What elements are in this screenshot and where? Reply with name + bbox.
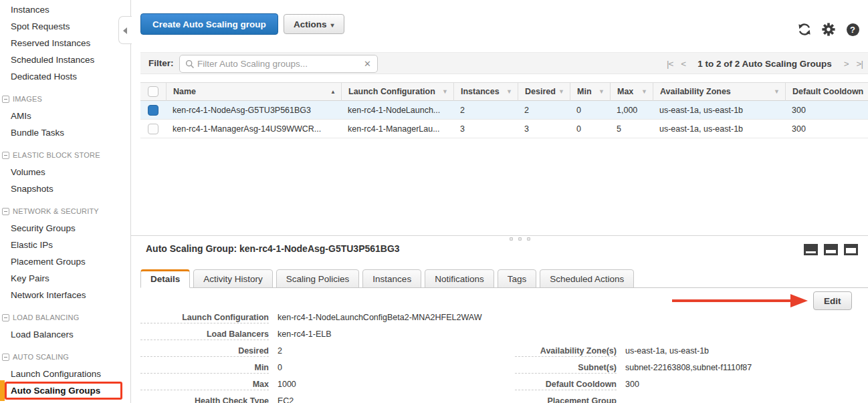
sidebar-item-snapshots[interactable]: Snapshots [0,180,130,197]
row-checkbox[interactable] [148,105,158,116]
column-header-name[interactable]: Name▲ [166,82,341,101]
pagination-text: 1 to 2 of 2 Auto Scaling Groups [697,59,832,69]
fields-right: Availability Zone(s)us-east-1a, us-east-… [515,346,752,403]
sidebar-section-label: ELASTIC BLOCK STORE [13,147,100,164]
field-label: Desired [140,346,269,357]
column-label: Name [173,87,196,96]
table-row[interactable]: ken-rc4-1-ManagerAsg-14US9WWCR...ken-rc4… [140,120,868,138]
pane-maximize-icon[interactable] [844,244,858,255]
tab-scaling-policies[interactable]: Scaling Policies [276,269,360,288]
sidebar-item-reserved-instances[interactable]: Reserved Instances [0,35,130,51]
pagination-first-icon[interactable]: |< [667,59,673,69]
row-checkbox[interactable] [148,124,158,134]
sidebar-item-placement-groups[interactable]: Placement Groups [0,253,130,270]
sort-asc-icon: ▲ [330,89,336,95]
tab-scheduled-actions[interactable]: Scheduled Actions [540,269,634,288]
tabs-underline [140,287,868,288]
help-icon[interactable]: ? [845,22,860,37]
sidebar-item-elastic-ips[interactable]: Elastic IPs [0,237,130,253]
filter-bar: Filter: ✕ |< < 1 to 2 of 2 Auto Scaling … [140,52,868,74]
cell-launch-configuration: ken-rc4-1-ManagerLau... [341,124,453,134]
detail-panel-title: Auto Scaling Group: ken-rc4-1-NodeAsg-G5… [146,243,400,254]
column-header-default-cooldown[interactable]: Default Cooldown [785,82,868,101]
cell-desired: 2 [518,106,570,115]
cell-default-cooldown: 300 [785,106,868,115]
column-header-launch-configuration[interactable]: Launch Configuration▼ [341,82,453,101]
sidebar-item-key-pairs[interactable]: Key Pairs [0,270,130,287]
sidebar-section-load-balancing[interactable]: LOAD BALANCING [0,309,130,326]
table-row[interactable]: ken-rc4-1-NodeAsg-G5TU3P561BG3ken-rc4-1-… [140,101,868,120]
filter-input-wrap: ✕ [179,55,378,73]
sidebar-item-security-groups[interactable]: Security Groups [0,220,130,237]
sidebar-item-auto-scaling-groups[interactable]: Auto Scaling Groups [0,382,130,399]
tab-activity-history[interactable]: Activity History [193,269,273,288]
sidebar-item-spot-requests[interactable]: Spot Requests [0,18,130,35]
field-row: Health Check TypeEC2 [140,396,481,403]
field-label: Availability Zone(s) [515,346,617,357]
sidebar-item-instances[interactable]: Instances [0,1,130,18]
column-header-desired[interactable]: Desired▼ [518,82,570,101]
tab-details[interactable]: Details [140,269,190,288]
sidebar-item-load-balancers[interactable]: Load Balancers [0,326,130,343]
cell-desired: 3 [518,124,570,134]
gear-icon[interactable] [821,22,836,37]
collapse-minus-icon [2,354,9,361]
sidebar-item-launch-configurations[interactable]: Launch Configurations [0,366,130,382]
column-header-min[interactable]: Min▼ [570,82,610,101]
cell-name: ken-rc4-1-NodeAsg-G5TU3P561BG3 [166,106,341,115]
cell-launch-configuration: ken-rc4-1-NodeLaunch... [341,106,453,115]
field-value: ken-rc4-1-NodeLaunchConfigBeta2-MNA2HFEL… [278,313,481,322]
edit-button[interactable]: Edit [813,291,852,310]
sidebar-nav: InstancesSpot RequestsReserved Instances… [0,1,130,399]
sort-desc-icon: ▼ [641,88,647,95]
pane-split-icon[interactable] [824,244,838,255]
field-value: EC2 [278,396,294,403]
sidebar-section-elastic-block-store[interactable]: ELASTIC BLOCK STORE [0,147,130,164]
sidebar-section-label: IMAGES [13,91,42,108]
chevron-down-icon: ▾ [331,21,334,29]
pagination-last-icon[interactable]: >| [857,59,863,69]
asg-table: Name▲Launch Configuration▼Instances▼Desi… [140,82,868,138]
sidebar-section-auto-scaling[interactable]: AUTO SCALING [0,349,130,366]
sidebar-item-network-interfaces[interactable]: Network Interfaces [0,287,130,303]
table-body: ken-rc4-1-NodeAsg-G5TU3P561BG3ken-rc4-1-… [140,101,868,138]
actions-button[interactable]: Actions▾ [284,14,344,34]
collapse-minus-icon [2,314,9,321]
pagination-next-icon[interactable]: > [844,59,849,69]
search-icon [185,59,195,69]
sidebar: InstancesSpot RequestsReserved Instances… [0,0,131,403]
pane-drag-handle[interactable] [510,237,530,241]
column-label: Launch Configuration [348,87,435,96]
tab-tags[interactable]: Tags [498,269,537,288]
cell-name: ken-rc4-1-ManagerAsg-14US9WWCR... [166,124,341,134]
field-label: Subnet(s) [515,363,617,374]
collapse-minus-icon [2,208,9,215]
sidebar-item-amis[interactable]: AMIs [0,108,130,124]
select-all-checkbox[interactable] [148,86,158,97]
create-auto-scaling-group-button[interactable]: Create Auto Scaling group [140,13,278,35]
filter-input[interactable] [195,59,364,69]
tab-notifications[interactable]: Notifications [425,269,494,288]
cell-min: 0 [570,106,610,115]
sidebar-item-dedicated-hosts[interactable]: Dedicated Hosts [0,68,130,85]
clear-filter-icon[interactable]: ✕ [364,59,371,69]
refresh-icon[interactable] [797,22,812,37]
sidebar-collapse-handle[interactable] [118,16,132,44]
tab-instances[interactable]: Instances [362,269,421,288]
column-header-availability-zones[interactable]: Availability Zones▼ [653,82,785,101]
field-row: Placement Group [515,396,752,403]
cell-min: 0 [570,124,610,134]
pane-minimize-icon[interactable] [804,244,818,255]
sidebar-section-label: AUTO SCALING [13,349,69,366]
sidebar-section-network-security[interactable]: NETWORK & SECURITY [0,203,130,220]
sidebar-item-volumes[interactable]: Volumes [0,164,130,180]
sidebar-item-bundle-tasks[interactable]: Bundle Tasks [0,124,130,141]
field-row: Default Cooldown300 [515,380,752,396]
column-header-max[interactable]: Max▼ [610,82,653,101]
column-header-instances[interactable]: Instances▼ [453,82,518,101]
sidebar-item-scheduled-instances[interactable]: Scheduled Instances [0,51,130,68]
field-label: Health Check Type [140,396,269,403]
sidebar-section-images[interactable]: IMAGES [0,91,130,108]
pagination-prev-icon[interactable]: < [681,59,685,69]
collapse-minus-icon [2,96,9,103]
